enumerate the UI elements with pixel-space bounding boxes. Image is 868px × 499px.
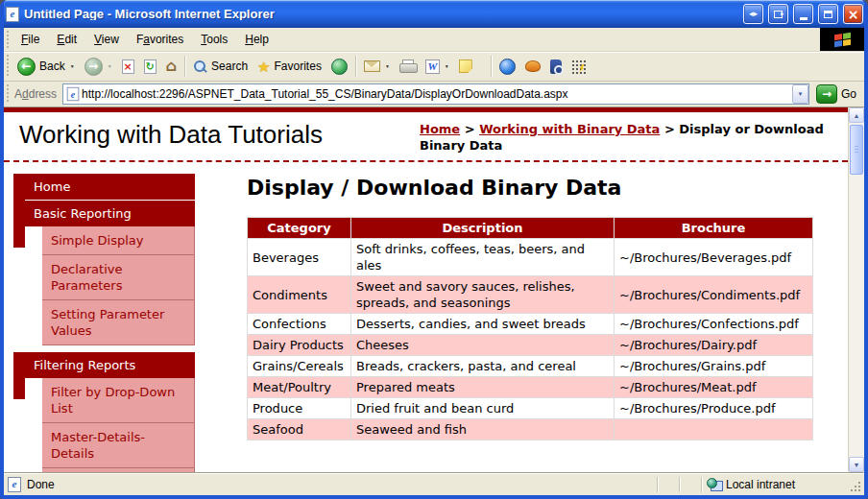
stop-button[interactable]: × xyxy=(117,58,139,76)
address-label: Address xyxy=(12,87,62,101)
status-divider xyxy=(657,477,658,492)
left-right-arrows-icon: ◂▸ xyxy=(749,10,758,18)
address-input[interactable] xyxy=(80,87,792,101)
status-page-icon: e xyxy=(8,477,21,492)
print-button[interactable] xyxy=(395,58,421,75)
address-grip-handle[interactable] xyxy=(6,84,11,104)
maximize-icon xyxy=(824,11,832,18)
mail-dropdown-icon: ▼ xyxy=(385,63,390,69)
word-icon: W xyxy=(425,59,440,74)
page-favicon: e xyxy=(67,87,80,101)
scrollbar-track[interactable] xyxy=(849,123,864,457)
back-dropdown-icon: ▼ xyxy=(70,63,75,69)
page-title: Display / Download Binary Data xyxy=(247,176,831,201)
cell-brochure: ~/Brochures/Dairy.pdf xyxy=(615,335,813,356)
cell-category: Meat/Poultry xyxy=(248,377,351,398)
forward-icon: → xyxy=(84,58,103,76)
table-row: ConfectionsDesserts, candies, and sweet … xyxy=(248,314,813,335)
nav-arrows-button[interactable]: ◂▸ xyxy=(743,4,763,24)
close-button[interactable]: × xyxy=(843,4,863,24)
address-dropdown-button[interactable]: ▼ xyxy=(792,84,808,104)
sidebar-item-home[interactable]: Home xyxy=(25,174,195,200)
detach-button[interactable]: ‣ xyxy=(768,4,788,24)
menu-item-help[interactable]: Help xyxy=(236,29,277,50)
forward-button[interactable]: → ▼ xyxy=(80,56,117,78)
scroll-up-button[interactable]: ▲ xyxy=(849,107,864,123)
cell-category: Beverages xyxy=(248,239,351,276)
breadcrumb-separator: > xyxy=(460,122,479,136)
cell-description: Desserts, candies, and sweet breads xyxy=(351,314,615,335)
research-book-icon xyxy=(550,59,562,74)
back-button[interactable]: ← Back ▼ xyxy=(12,56,80,78)
table-body: BeveragesSoft drinks, coffees, teas, bee… xyxy=(248,239,813,440)
menu-item-edit[interactable]: Edit xyxy=(48,29,85,50)
page-body: HomeBasic ReportingSimple DisplayDeclara… xyxy=(4,162,848,472)
edit-word-button[interactable]: W ▼ xyxy=(421,58,454,76)
address-box: e ▼ xyxy=(62,83,809,105)
status-pane: e Done xyxy=(8,477,656,492)
table-row: CondimentsSweet and savory sauces, relis… xyxy=(248,276,813,314)
window-title: Untitled Page - Microsoft Internet Explo… xyxy=(24,8,738,20)
cell-brochure: ~/Brochures/Grains.pdf xyxy=(615,356,813,377)
cell-description: Dried fruit and bean curd xyxy=(351,398,615,419)
menu-item-view[interactable]: View xyxy=(85,29,128,50)
messenger-button[interactable] xyxy=(494,57,520,77)
toolbar-grip-handle[interactable] xyxy=(6,55,11,78)
back-icon: ← xyxy=(17,58,36,76)
cell-category: Seafood xyxy=(248,419,351,440)
search-button[interactable]: Search xyxy=(188,58,253,76)
menu-item-file[interactable]: File xyxy=(12,29,48,50)
cell-category: Dairy Products xyxy=(248,335,351,356)
mail-button[interactable]: ▼ xyxy=(359,59,395,74)
scrollbar-thumb[interactable] xyxy=(850,125,863,175)
refresh-button[interactable]: ↻ xyxy=(139,58,161,76)
menu-item-favorites[interactable]: Favorites xyxy=(128,29,192,50)
search-icon xyxy=(193,59,207,74)
vertical-scrollbar[interactable]: ▲ ▼ xyxy=(848,107,864,472)
menu-item-tools[interactable]: Tools xyxy=(192,29,236,50)
sidebar-item-simple-display[interactable]: Simple Display xyxy=(42,226,195,255)
scroll-down-button[interactable]: ▼ xyxy=(849,457,864,472)
mail-icon xyxy=(364,60,380,72)
sidebar-item-setting-parameter-values[interactable]: Setting Parameter Values xyxy=(42,300,195,345)
sidebar-item-filter-by-drop-down-list[interactable]: Filter by Drop-Down List xyxy=(42,378,195,423)
toolbar-separator xyxy=(355,56,356,77)
sidebar-item-basic-reporting[interactable]: Basic Reporting xyxy=(25,201,195,226)
minimize-button[interactable] xyxy=(793,4,813,24)
addon-fox-button[interactable] xyxy=(520,59,545,74)
table-row: Dairy ProductsCheeses~/Brochures/Dairy.p… xyxy=(248,335,813,356)
sticky-note-button[interactable] xyxy=(454,58,477,75)
menu-bar-items: FileEditViewFavoritesToolsHelp xyxy=(12,28,820,51)
sticky-note-icon xyxy=(459,59,472,73)
home-button[interactable]: ⌂ xyxy=(161,57,181,76)
refresh-icon: ↻ xyxy=(144,59,157,74)
research-button[interactable] xyxy=(545,58,567,76)
go-button[interactable]: → Go xyxy=(809,84,860,104)
zone-label: Local intranet xyxy=(726,478,795,491)
breadcrumb-link-home[interactable]: Home xyxy=(420,122,460,136)
address-bar: Address e ▼ → Go xyxy=(4,82,864,107)
breadcrumb-link-working-with-binary-data[interactable]: Working with Binary Data xyxy=(479,122,660,136)
go-arrow-icon: → xyxy=(816,84,837,104)
favorites-button[interactable]: ★ Favorites xyxy=(253,58,326,76)
table-header-row: CategoryDescriptionBrochure xyxy=(248,218,813,239)
search-label: Search xyxy=(211,59,248,73)
cell-category: Grains/Cereals xyxy=(248,356,351,377)
table-header-brochure: Brochure xyxy=(615,218,813,239)
cell-description: Breads, crackers, pasta, and cereal xyxy=(351,356,615,377)
stop-icon: × xyxy=(122,59,134,74)
sidebar-item-master-details-details[interactable]: Master-Details-Details xyxy=(42,423,195,468)
history-button[interactable] xyxy=(326,57,352,77)
encoding-button[interactable] xyxy=(567,58,591,76)
detach-icon: ‣ xyxy=(774,11,783,18)
browser-window: e Untitled Page - Microsoft Internet Exp… xyxy=(0,0,868,499)
maximize-button[interactable] xyxy=(818,4,838,24)
sidebar-item-filtering-reports[interactable]: Filtering Reports xyxy=(25,352,195,378)
sidebar-nav: HomeBasic ReportingSimple DisplayDeclara… xyxy=(13,174,195,472)
resize-grip[interactable] xyxy=(849,476,862,493)
title-bar[interactable]: e Untitled Page - Microsoft Internet Exp… xyxy=(0,0,868,28)
favorites-label: Favorites xyxy=(275,59,322,73)
menu-grip-handle[interactable] xyxy=(6,31,11,48)
sidebar-item-declarative-parameters[interactable]: Declarative Parameters xyxy=(42,255,195,300)
sidebar-group: Home xyxy=(25,174,195,200)
